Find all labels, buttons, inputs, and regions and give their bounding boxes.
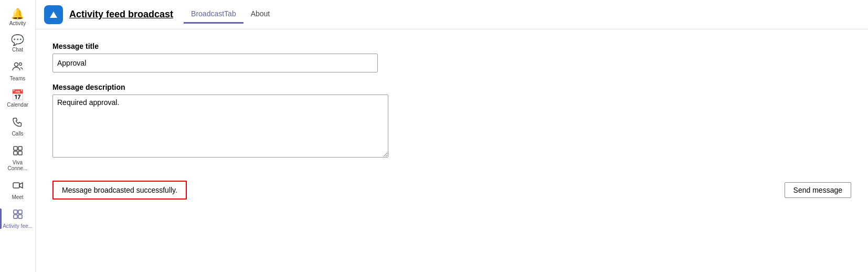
sidebar-item-teams[interactable]: Teams [0,57,35,86]
sidebar-label-teams: Teams [10,76,25,81]
sidebar-item-calls[interactable]: Calls [0,112,35,141]
app-logo [44,5,63,24]
sidebar-item-meet[interactable]: Meet [0,175,35,204]
sidebar-item-calendar[interactable]: 📅 Calendar [0,86,35,112]
message-description-textarea[interactable] [52,95,388,158]
svg-rect-4 [14,151,17,155]
sidebar-label-calls: Calls [12,131,23,137]
sidebar-label-viva: Viva Conne... [2,160,33,171]
tab-broadcast[interactable]: BroadcastTab [184,5,244,24]
sidebar-label-chat: Chat [12,47,23,53]
app-title: Activity feed broadcast [69,9,173,20]
sidebar: 🔔 Activity 💬 Chat Teams 📅 Calendar Calls [0,0,36,272]
svg-rect-3 [18,147,22,150]
app-header: Activity feed broadcast BroadcastTab Abo… [36,0,868,29]
success-message-box: Message broadcasted successfully. [52,181,187,200]
main-area: Activity feed broadcast BroadcastTab Abo… [36,0,868,272]
success-message-text: Message broadcasted successfully. [62,186,177,194]
svg-rect-6 [13,183,19,188]
message-title-label: Message title [52,42,420,50]
sidebar-item-activity-fee[interactable]: Activity fee... [0,204,35,233]
content-wrapper: Message title Message description Messag… [36,29,868,272]
sidebar-label-activity-fee: Activity fee... [3,223,33,229]
svg-rect-5 [18,151,22,155]
message-description-label: Message description [52,83,420,91]
svg-rect-8 [18,210,22,214]
svg-rect-2 [14,147,17,150]
footer-row: Message broadcasted successfully. Send m… [52,181,851,200]
svg-point-0 [14,63,18,67]
meet-icon [12,180,24,193]
viva-icon [12,145,24,158]
send-message-button[interactable]: Send message [785,182,851,198]
sidebar-label-meet: Meet [12,194,23,200]
svg-rect-7 [14,210,17,214]
activity-fee-icon [12,208,24,222]
sidebar-item-activity[interactable]: 🔔 Activity [0,4,35,30]
svg-rect-9 [14,215,17,218]
activity-icon: 🔔 [11,8,24,19]
chat-icon: 💬 [11,35,24,45]
sidebar-item-chat[interactable]: 💬 Chat [0,30,35,57]
sidebar-label-activity: Activity [9,20,26,26]
content-area: Message title Message description Messag… [36,29,868,212]
svg-rect-10 [18,215,22,218]
calls-icon [12,116,24,129]
message-description-field: Message description [52,83,420,160]
broadcast-form: Message title Message description [52,42,420,160]
svg-point-1 [19,63,22,66]
message-title-input[interactable] [52,54,378,72]
message-title-field: Message title [52,42,420,72]
calendar-icon: 📅 [11,90,24,100]
sidebar-label-calendar: Calendar [7,102,28,108]
sidebar-item-viva[interactable]: Viva Conne... [0,141,35,175]
teams-icon [12,61,24,74]
tab-about[interactable]: About [244,5,278,24]
tab-bar: BroadcastTab About [184,5,277,24]
